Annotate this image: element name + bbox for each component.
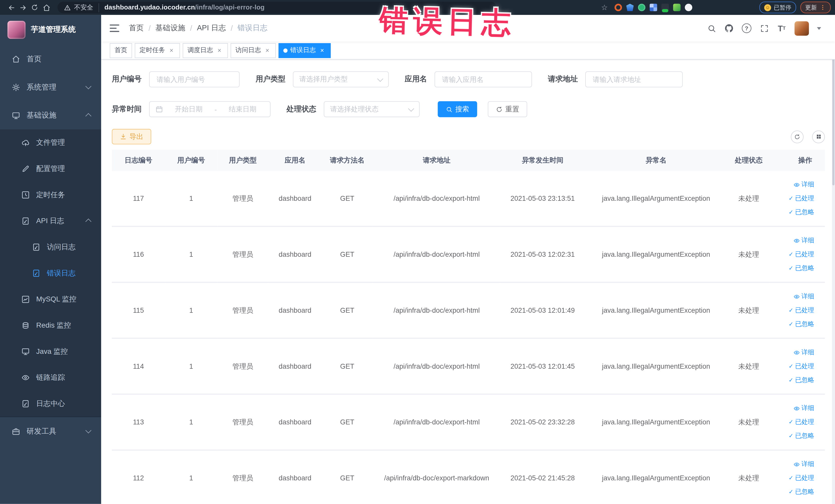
breadcrumb-api-logs[interactable]: API 日志 xyxy=(197,23,226,33)
extension-icon-1[interactable] xyxy=(614,4,622,11)
app-name-input[interactable] xyxy=(434,72,532,87)
mark-ignored-link[interactable]: ✓已忽略 xyxy=(789,264,814,273)
sidebar-item-system[interactable]: 系统管理 xyxy=(0,73,101,101)
export-button[interactable]: 导出 xyxy=(112,129,151,144)
sidebar-item-redis-monitor[interactable]: Redis 监控 xyxy=(0,312,101,338)
sidebar-item-home[interactable]: 首页 xyxy=(0,45,101,73)
bookmark-star-icon[interactable]: ☆ xyxy=(598,2,610,13)
access-log-icon xyxy=(32,243,40,251)
extension-icon-7[interactable] xyxy=(685,4,692,11)
sidebar-item-devtools[interactable]: 研发工具 xyxy=(0,417,101,445)
mark-ignored-link[interactable]: ✓已忽略 xyxy=(789,320,814,329)
user-avatar[interactable] xyxy=(794,21,809,36)
sidebar-item-java-monitor[interactable]: Java 监控 xyxy=(0,338,101,364)
mark-ignored-link[interactable]: ✓已忽略 xyxy=(789,208,814,217)
paused-badge[interactable]: ☺ 已暂停 xyxy=(759,2,796,13)
browser-back-icon[interactable] xyxy=(5,2,17,13)
column-settings-button[interactable] xyxy=(812,130,825,143)
close-icon[interactable]: × xyxy=(264,47,271,54)
tab-home[interactable]: 首页 xyxy=(109,43,132,58)
mark-processed-link[interactable]: ✓已处理 xyxy=(789,250,814,259)
exception-time-label: 异常时间 xyxy=(112,104,142,114)
sidebar-item-access-log[interactable]: 访问日志 xyxy=(0,234,101,260)
cell-status: 未处理 xyxy=(728,450,770,504)
mark-ignored-link[interactable]: ✓已忽略 xyxy=(789,376,814,385)
tab-scheduled-tasks[interactable]: 定时任务× xyxy=(135,43,180,58)
detail-link[interactable]: 详细 xyxy=(793,460,814,468)
devtools-icon xyxy=(12,427,20,436)
sidebar-item-file-management[interactable]: 文件管理 xyxy=(0,129,101,156)
process-status-select[interactable]: 请选择处理状态 xyxy=(324,101,420,117)
github-icon[interactable] xyxy=(724,23,734,33)
sidebar-item-scheduled-tasks[interactable]: 定时任务 xyxy=(0,182,101,208)
extension-icon-5[interactable] xyxy=(661,4,669,11)
scrollbar-thumb[interactable] xyxy=(832,58,834,185)
cell-user-id: 1 xyxy=(165,171,217,226)
fullscreen-icon[interactable] xyxy=(759,23,769,33)
infrastructure-icon xyxy=(12,111,20,120)
reset-button[interactable]: 重置 xyxy=(488,101,527,117)
sidebar-toggle-icon[interactable] xyxy=(109,24,119,32)
check-icon: ✓ xyxy=(789,307,793,314)
font-size-icon[interactable]: TT xyxy=(777,23,787,33)
detail-link[interactable]: 详细 xyxy=(793,404,814,413)
sidebar-item-infrastructure[interactable]: 基础设施 xyxy=(0,101,101,129)
sidebar-item-api-logs[interactable]: API 日志 xyxy=(0,208,101,234)
app-name-label: 应用名 xyxy=(405,75,427,84)
header-search-icon[interactable] xyxy=(707,23,716,33)
browser-reload-icon[interactable] xyxy=(29,2,41,13)
mark-ignored-link[interactable]: ✓已忽略 xyxy=(789,487,814,496)
breadcrumb-home[interactable]: 首页 xyxy=(129,23,144,33)
update-button[interactable]: 更新 xyxy=(800,2,831,13)
close-icon[interactable]: × xyxy=(168,47,175,54)
mark-processed-link[interactable]: ✓已处理 xyxy=(789,418,814,427)
exception-time-range-picker[interactable]: 开始日期 - 结束日期 xyxy=(149,101,270,117)
eye-icon xyxy=(793,293,800,300)
extension-icon-2[interactable] xyxy=(626,4,634,11)
screen: 不安全 dashboard.yudao.iocoder.cn/infra/log… xyxy=(0,0,835,504)
extension-icon-3[interactable] xyxy=(638,4,645,11)
sidebar-item-error-log[interactable]: 错误日志 xyxy=(0,260,101,286)
extension-icon-6[interactable] xyxy=(673,4,680,11)
detail-link[interactable]: 详细 xyxy=(793,292,814,301)
tab-error-log[interactable]: 错误日志× xyxy=(279,43,331,58)
app-logo-row[interactable]: 芋道管理系统 xyxy=(0,15,101,45)
detail-link[interactable]: 详细 xyxy=(793,348,814,357)
mark-processed-link[interactable]: ✓已处理 xyxy=(789,306,814,315)
browser-forward-icon[interactable] xyxy=(17,2,29,13)
help-icon[interactable]: ? xyxy=(742,23,751,33)
breadcrumb-infrastructure[interactable]: 基础设施 xyxy=(156,23,185,33)
close-icon[interactable]: × xyxy=(319,47,326,54)
eye-icon xyxy=(793,349,800,356)
browser-menu-icon[interactable] xyxy=(820,4,826,11)
sidebar-item-tracing[interactable]: 链路追踪 xyxy=(0,364,101,390)
tab-schedule-log[interactable]: 调度日志× xyxy=(183,43,228,58)
mark-processed-link[interactable]: ✓已处理 xyxy=(789,362,814,371)
scrollbar[interactable] xyxy=(832,57,835,504)
check-icon: ✓ xyxy=(789,377,793,384)
extension-icon-4[interactable] xyxy=(650,4,657,11)
page-content: 用户编号 用户类型 请选择用户类型 应用名 xyxy=(101,60,835,504)
sidebar-item-log-center[interactable]: 日志中心 xyxy=(0,390,101,417)
browser-home-icon[interactable] xyxy=(41,2,53,13)
request-url-input[interactable] xyxy=(585,72,683,87)
mark-processed-link[interactable]: ✓已处理 xyxy=(789,194,814,203)
detail-link[interactable]: 详细 xyxy=(793,180,814,189)
search-button[interactable]: 搜索 xyxy=(437,101,477,117)
cell-app-name: dashboard xyxy=(268,171,322,226)
refresh-table-button[interactable] xyxy=(791,130,804,143)
tab-access-log[interactable]: 访问日志× xyxy=(230,43,276,58)
avatar-caret-icon[interactable] xyxy=(817,27,821,29)
mark-processed-link[interactable]: ✓已处理 xyxy=(789,473,814,482)
gear-icon xyxy=(12,83,20,92)
user-type-select[interactable]: 请选择用户类型 xyxy=(293,72,389,87)
detail-link[interactable]: 详细 xyxy=(793,236,814,245)
mark-ignored-link[interactable]: ✓已忽略 xyxy=(789,431,814,440)
cell-app-name: dashboard xyxy=(268,338,322,394)
eye-icon xyxy=(793,461,800,467)
close-icon[interactable]: × xyxy=(216,47,223,54)
user-id-input[interactable] xyxy=(149,72,240,87)
sidebar-item-config-management[interactable]: 配置管理 xyxy=(0,156,101,182)
sidebar-item-mysql-monitor[interactable]: MySQL 监控 xyxy=(0,286,101,312)
cell-log-id: 115 xyxy=(112,282,165,338)
